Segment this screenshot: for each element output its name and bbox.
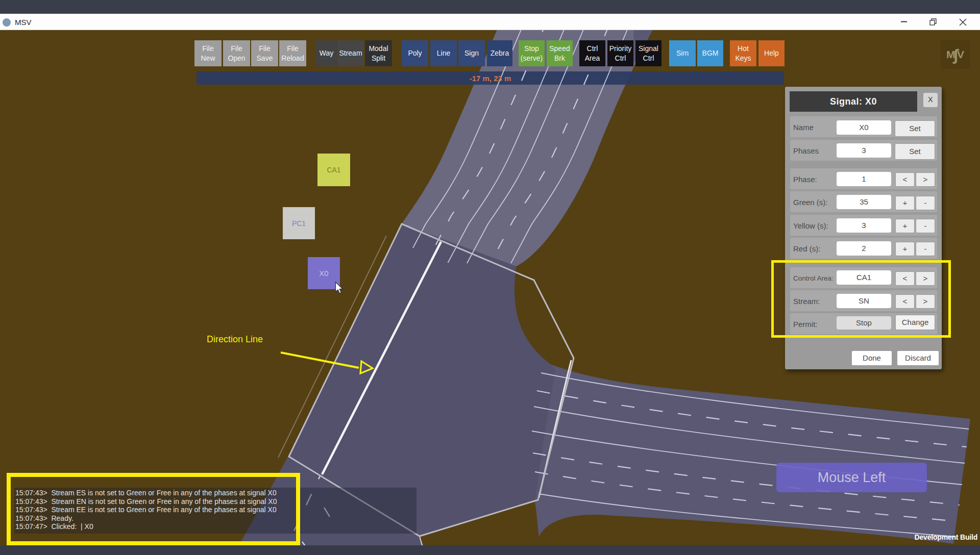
svg-text:Direction Line: Direction Line [207, 334, 263, 344]
